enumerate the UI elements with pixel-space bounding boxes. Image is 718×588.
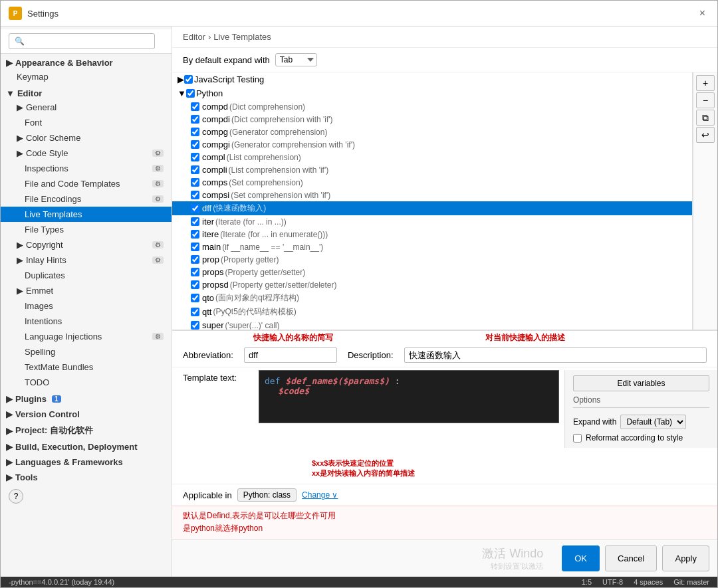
close-button[interactable]: × (695, 6, 709, 21)
template-item-compsi[interactable]: compsi (Set comprehension with 'if') (172, 189, 692, 201)
sidebar-item-file-code-templates[interactable]: File and Code Templates ⚙ (1, 176, 172, 191)
expand-arrow-icon: ▶ (17, 133, 23, 143)
cancel-button[interactable]: Cancel (605, 545, 657, 571)
applicable-context[interactable]: Python: class (237, 488, 297, 502)
expand-select[interactable]: Tab Enter Space (275, 53, 317, 66)
checkbox-main[interactable] (191, 243, 199, 251)
template-item-compd[interactable]: compd (Dict comprehension) (172, 100, 692, 113)
template-item-compl[interactable]: compl (List comprehension) (172, 151, 692, 163)
checkbox-comps[interactable] (191, 178, 199, 187)
checkbox-compli[interactable] (191, 165, 199, 174)
sidebar-item-emmet[interactable]: ▶ Emmet (1, 283, 172, 298)
checkbox-prop[interactable] (191, 255, 199, 264)
expand-arrow-icon: ▶ (6, 457, 13, 467)
expand-arrow-icon: ▶ (6, 58, 13, 68)
sidebar-item-version-control[interactable]: ▶ Version Control (1, 405, 172, 421)
sidebar-label: Appearance & Behavior (15, 58, 113, 68)
sidebar-item-build-exec[interactable]: ▶ Build, Execution, Deployment (1, 438, 172, 453)
template-item-comps[interactable]: comps (Set comprehension) (172, 176, 692, 189)
checkbox-compgi[interactable] (191, 140, 199, 149)
sidebar-item-code-style[interactable]: ▶ Code Style ⚙ (1, 146, 172, 161)
group-checkbox-js-testing[interactable] (184, 75, 193, 84)
checkbox-super[interactable] (191, 321, 199, 330)
checkbox-qtt[interactable] (191, 308, 199, 316)
expand-with-select[interactable]: Default (Tab) Tab Enter (620, 415, 686, 429)
template-item-props[interactable]: props (Property getter/setter) (172, 266, 692, 278)
sidebar-item-intentions[interactable]: Intentions (1, 314, 172, 329)
ok-button[interactable]: OK (562, 545, 600, 571)
watermark: 激活 Windo 转到设置'以激活 (180, 545, 556, 571)
sidebar-item-file-encodings[interactable]: File Encodings ⚙ (1, 191, 172, 207)
template-item-compli[interactable]: compli (List comprehension with 'if') (172, 163, 692, 176)
sidebar-item-live-templates[interactable]: Live Templates (1, 207, 172, 222)
sidebar-item-duplicates[interactable]: Duplicates (1, 268, 172, 283)
search-input[interactable] (9, 33, 155, 49)
sidebar-item-copyright[interactable]: ▶ Copyright ⚙ (1, 237, 172, 252)
sidebar-item-inlay-hints[interactable]: ▶ Inlay Hints ⚙ (1, 252, 172, 268)
checkbox-compl[interactable] (191, 153, 199, 161)
group-python: ▼ Python compd (Dict comprehension) (172, 86, 692, 330)
sidebar-item-color-scheme[interactable]: ▶ Color Scheme (1, 130, 172, 146)
template-action-buttons: + − ⧉ ↩ (693, 72, 717, 330)
group-checkbox-python[interactable] (186, 89, 195, 98)
sidebar-item-keymap[interactable]: Keymap (1, 69, 172, 84)
group-header-python[interactable]: ▼ Python (172, 86, 692, 100)
copy-template-button[interactable]: ⧉ (696, 110, 715, 126)
group-header-js-testing[interactable]: ▶ JavaScript Testing (172, 72, 692, 86)
sidebar-item-textmate-bundles[interactable]: TextMate Bundles (1, 359, 172, 375)
description-input[interactable] (404, 347, 707, 363)
template-item-compg[interactable]: compg (Generator comprehension) (172, 126, 692, 138)
reset-template-button[interactable]: ↩ (696, 127, 715, 143)
checkbox-compdi[interactable] (191, 115, 199, 124)
template-item-qto[interactable]: qto (面向对象的qt程序结构) (172, 291, 692, 305)
template-item-itere[interactable]: itere (Iterate (for ... in enumerate())) (172, 228, 692, 241)
status-encoding: UTF-8 (602, 578, 623, 586)
sidebar-item-tools[interactable]: ▶ Tools (1, 468, 172, 484)
applicable-hint1: 默认是Defind,表示的是可以在哪些文件可用 (183, 510, 707, 522)
remove-template-button[interactable]: − (696, 92, 715, 108)
sidebar-label: Images (25, 301, 53, 311)
sidebar-label: Code Style (26, 148, 68, 158)
applicable-change[interactable]: Change ∨ (302, 490, 338, 500)
sidebar-item-spelling[interactable]: Spelling (1, 344, 172, 359)
template-item-compdi[interactable]: compdi (Dict comprehension with 'if') (172, 113, 692, 126)
help-button[interactable]: ? (9, 489, 23, 504)
reformat-checkbox[interactable] (573, 434, 582, 442)
checkbox-compd[interactable] (191, 102, 199, 111)
checkbox-iter[interactable] (191, 217, 199, 226)
expand-arrow-icon: ▼ (6, 88, 15, 98)
sidebar-item-images[interactable]: Images (1, 298, 172, 314)
abbreviation-input[interactable] (244, 347, 337, 363)
template-item-main[interactable]: main (if __name__ == '__main__') (172, 241, 692, 253)
sidebar-item-general[interactable]: ▶ General (1, 100, 172, 115)
checkbox-props[interactable] (191, 268, 199, 276)
sidebar-item-lang-framework[interactable]: ▶ Languages & Frameworks (1, 453, 172, 468)
template-item-iter[interactable]: iter (Iterate (for ... in ...)) (172, 215, 692, 228)
sidebar-item-font[interactable]: Font (1, 115, 172, 130)
template-item-prop[interactable]: prop (Property getter) (172, 253, 692, 266)
sidebar-item-appearance[interactable]: ▶ Appearance & Behavior (1, 54, 172, 69)
template-code-editor[interactable]: def $def_name$($params$) : $code$ (259, 370, 559, 423)
template-item-dff[interactable]: dff (快速函数输入) (172, 201, 692, 215)
checkbox-compg[interactable] (191, 128, 199, 136)
template-item-qtt[interactable]: qtt (PyQt5的代码结构模板) (172, 305, 692, 319)
add-template-button[interactable]: + (696, 75, 715, 91)
checkbox-itere[interactable] (191, 230, 199, 239)
sidebar-item-plugins[interactable]: ▶ Plugins 1 (1, 390, 172, 405)
sidebar-item-editor[interactable]: ▼ Editor (1, 84, 172, 100)
edit-variables-button[interactable]: Edit variables (573, 375, 709, 391)
checkbox-propsd[interactable] (191, 280, 199, 289)
template-item-compgi[interactable]: compgi (Generator comprehension with 'if… (172, 138, 692, 151)
checkbox-qto[interactable] (191, 294, 199, 302)
sidebar-item-file-types[interactable]: File Types (1, 222, 172, 237)
template-item-propsd[interactable]: propsd (Property getter/setter/deleter) (172, 278, 692, 291)
checkbox-compsi[interactable] (191, 191, 199, 199)
watermark-line2: 转到设置'以激活 (180, 561, 543, 571)
sidebar-item-language-injections[interactable]: Language Injections ⚙ (1, 329, 172, 344)
sidebar-item-todo[interactable]: TODO (1, 375, 172, 390)
template-item-super[interactable]: super ('super(...)' call) (172, 319, 692, 330)
sidebar-item-inspections[interactable]: Inspections ⚙ (1, 161, 172, 176)
sidebar-item-project[interactable]: ▶ Project: 自动化软件 (1, 421, 172, 438)
apply-button[interactable]: Apply (662, 545, 709, 571)
checkbox-dff[interactable] (191, 204, 199, 213)
